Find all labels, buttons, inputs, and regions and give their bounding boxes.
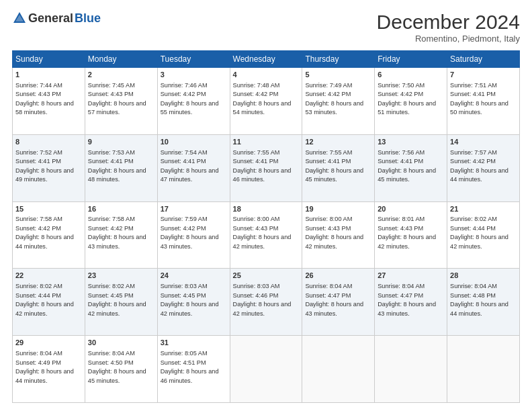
day-info: Sunrise: 7:49 AMSunset: 4:42 PMDaylight:… (305, 82, 363, 116)
logo: General Blue (12, 11, 101, 26)
day-info: Sunrise: 7:58 AMSunset: 4:42 PMDaylight:… (15, 216, 74, 250)
day-info: Sunrise: 7:58 AMSunset: 4:42 PMDaylight:… (88, 216, 146, 250)
day-number: 28 (450, 271, 517, 281)
table-row: 7 Sunrise: 7:51 AMSunset: 4:41 PMDayligh… (447, 68, 520, 135)
day-number: 1 (15, 70, 82, 80)
calendar-week-5: 29 Sunrise: 8:04 AMSunset: 4:49 PMDaylig… (13, 336, 520, 403)
table-row: 11 Sunrise: 7:55 AMSunset: 4:41 PMDaylig… (230, 134, 302, 201)
page: General Blue December 2024 Romentino, Pi… (0, 0, 532, 411)
day-number: 4 (233, 70, 300, 80)
day-number: 9 (88, 137, 154, 147)
day-number: 6 (378, 70, 444, 80)
table-row (447, 336, 520, 403)
table-row: 10 Sunrise: 7:54 AMSunset: 4:41 PMDaylig… (157, 134, 230, 201)
table-row: 25 Sunrise: 8:03 AMSunset: 4:46 PMDaylig… (230, 269, 302, 336)
day-number: 19 (305, 204, 371, 214)
location: Romentino, Piedmont, Italy (377, 34, 520, 44)
table-row: 15 Sunrise: 7:58 AMSunset: 4:42 PMDaylig… (13, 201, 85, 269)
day-number: 5 (305, 70, 371, 80)
table-row: 14 Sunrise: 7:57 AMSunset: 4:42 PMDaylig… (447, 134, 520, 201)
day-number: 20 (378, 204, 444, 214)
day-info: Sunrise: 7:45 AMSunset: 4:43 PMDaylight:… (88, 82, 146, 116)
day-number: 18 (233, 204, 300, 214)
day-info: Sunrise: 7:52 AMSunset: 4:41 PMDaylight:… (15, 149, 74, 183)
table-row: 8 Sunrise: 7:52 AMSunset: 4:41 PMDayligh… (13, 134, 85, 201)
day-info: Sunrise: 7:56 AMSunset: 4:41 PMDaylight:… (378, 149, 436, 183)
day-number: 7 (450, 70, 517, 80)
day-info: Sunrise: 7:48 AMSunset: 4:42 PMDaylight:… (233, 82, 292, 116)
day-info: Sunrise: 7:55 AMSunset: 4:41 PMDaylight:… (305, 149, 363, 183)
table-row: 19 Sunrise: 8:00 AMSunset: 4:43 PMDaylig… (302, 201, 375, 269)
logo-icon (12, 11, 27, 26)
day-number: 8 (15, 137, 82, 147)
day-info: Sunrise: 7:50 AMSunset: 4:42 PMDaylight:… (378, 82, 436, 116)
day-number: 15 (15, 204, 82, 214)
day-info: Sunrise: 8:04 AMSunset: 4:47 PMDaylight:… (305, 283, 363, 317)
table-row: 3 Sunrise: 7:46 AMSunset: 4:42 PMDayligh… (157, 68, 230, 135)
table-row: 20 Sunrise: 8:01 AMSunset: 4:43 PMDaylig… (375, 201, 447, 269)
day-number: 31 (161, 338, 227, 348)
table-row: 1 Sunrise: 7:44 AMSunset: 4:43 PMDayligh… (13, 68, 85, 135)
table-row (302, 336, 375, 403)
day-number: 21 (450, 204, 517, 214)
table-row: 4 Sunrise: 7:48 AMSunset: 4:42 PMDayligh… (230, 68, 302, 135)
col-thursday: Thursday (302, 51, 375, 68)
day-number: 24 (161, 271, 227, 281)
table-row: 27 Sunrise: 8:04 AMSunset: 4:47 PMDaylig… (375, 269, 447, 336)
table-row: 2 Sunrise: 7:45 AMSunset: 4:43 PMDayligh… (85, 68, 157, 135)
day-number: 29 (15, 338, 82, 348)
table-row: 29 Sunrise: 8:04 AMSunset: 4:49 PMDaylig… (13, 336, 85, 403)
day-info: Sunrise: 7:57 AMSunset: 4:42 PMDaylight:… (450, 149, 508, 183)
month-title: December 2024 (377, 11, 520, 34)
day-number: 17 (161, 204, 227, 214)
day-info: Sunrise: 8:02 AMSunset: 4:45 PMDaylight:… (88, 283, 146, 317)
day-info: Sunrise: 7:53 AMSunset: 4:41 PMDaylight:… (88, 149, 146, 183)
table-row: 5 Sunrise: 7:49 AMSunset: 4:42 PMDayligh… (302, 68, 375, 135)
day-info: Sunrise: 7:46 AMSunset: 4:42 PMDaylight:… (161, 82, 219, 116)
calendar-week-3: 15 Sunrise: 7:58 AMSunset: 4:42 PMDaylig… (13, 201, 520, 269)
day-number: 2 (88, 70, 154, 80)
logo-blue: Blue (75, 11, 101, 26)
table-row: 13 Sunrise: 7:56 AMSunset: 4:41 PMDaylig… (375, 134, 447, 201)
day-number: 11 (233, 137, 300, 147)
table-row: 30 Sunrise: 8:04 AMSunset: 4:50 PMDaylig… (85, 336, 157, 403)
table-row: 31 Sunrise: 8:05 AMSunset: 4:51 PMDaylig… (157, 336, 230, 403)
table-row: 26 Sunrise: 8:04 AMSunset: 4:47 PMDaylig… (302, 269, 375, 336)
table-row (230, 336, 302, 403)
table-row: 12 Sunrise: 7:55 AMSunset: 4:41 PMDaylig… (302, 134, 375, 201)
table-row: 21 Sunrise: 8:02 AMSunset: 4:44 PMDaylig… (447, 201, 520, 269)
day-number: 16 (88, 204, 154, 214)
calendar-table: Sunday Monday Tuesday Wednesday Thursday… (12, 50, 520, 403)
title-area: December 2024 Romentino, Piedmont, Italy (377, 11, 520, 44)
table-row: 6 Sunrise: 7:50 AMSunset: 4:42 PMDayligh… (375, 68, 447, 135)
day-info: Sunrise: 7:54 AMSunset: 4:41 PMDaylight:… (161, 149, 219, 183)
day-info: Sunrise: 8:04 AMSunset: 4:50 PMDaylight:… (88, 350, 146, 384)
day-info: Sunrise: 8:00 AMSunset: 4:43 PMDaylight:… (233, 216, 292, 250)
col-monday: Monday (85, 51, 157, 68)
day-number: 3 (161, 70, 227, 80)
table-row: 9 Sunrise: 7:53 AMSunset: 4:41 PMDayligh… (85, 134, 157, 201)
col-sunday: Sunday (13, 51, 85, 68)
header: General Blue December 2024 Romentino, Pi… (12, 11, 520, 44)
day-info: Sunrise: 8:04 AMSunset: 4:47 PMDaylight:… (378, 283, 436, 317)
day-info: Sunrise: 8:04 AMSunset: 4:48 PMDaylight:… (450, 283, 508, 317)
calendar-week-1: 1 Sunrise: 7:44 AMSunset: 4:43 PMDayligh… (13, 68, 520, 135)
day-number: 13 (378, 137, 444, 147)
day-info: Sunrise: 8:05 AMSunset: 4:51 PMDaylight:… (161, 350, 219, 384)
col-tuesday: Tuesday (157, 51, 230, 68)
day-info: Sunrise: 8:04 AMSunset: 4:49 PMDaylight:… (15, 350, 74, 384)
day-number: 12 (305, 137, 371, 147)
logo-general: General (28, 11, 73, 26)
day-number: 23 (88, 271, 154, 281)
col-saturday: Saturday (447, 51, 520, 68)
day-info: Sunrise: 8:02 AMSunset: 4:44 PMDaylight:… (15, 283, 74, 317)
day-number: 14 (450, 137, 517, 147)
day-number: 27 (378, 271, 444, 281)
table-row (375, 336, 447, 403)
table-row: 23 Sunrise: 8:02 AMSunset: 4:45 PMDaylig… (85, 269, 157, 336)
day-info: Sunrise: 7:55 AMSunset: 4:41 PMDaylight:… (233, 149, 292, 183)
table-row: 28 Sunrise: 8:04 AMSunset: 4:48 PMDaylig… (447, 269, 520, 336)
day-info: Sunrise: 7:44 AMSunset: 4:43 PMDaylight:… (15, 82, 74, 116)
table-row: 18 Sunrise: 8:00 AMSunset: 4:43 PMDaylig… (230, 201, 302, 269)
day-info: Sunrise: 8:02 AMSunset: 4:44 PMDaylight:… (450, 216, 508, 250)
